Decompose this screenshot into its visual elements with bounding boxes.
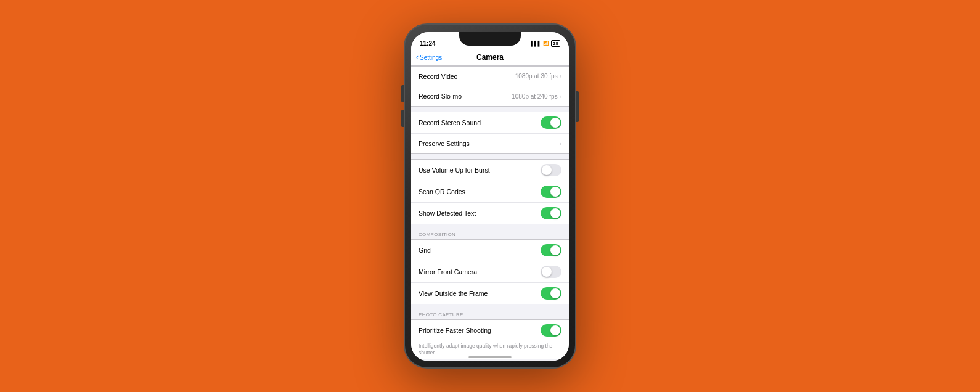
toggle-knob: [550, 245, 560, 255]
record-slomo-label: Record Slo-mo: [419, 92, 462, 100]
toggle-knob: [550, 187, 560, 197]
prioritize-faster-shooting-toggle[interactable]: [541, 324, 561, 337]
chevron-left-icon: ‹: [416, 53, 419, 62]
signal-icon: ▌▌▌: [531, 41, 541, 46]
section-misc: Use Volume Up for Burst Scan QR Codes: [411, 159, 569, 224]
chevron-icon: ›: [560, 93, 561, 100]
notch: [459, 32, 521, 46]
toggle-knob: [542, 165, 552, 175]
cell-group-photo-capture: Prioritize Faster Shooting Intelligently…: [411, 319, 569, 359]
cell-record-video[interactable]: Record Video 1080p at 30 fps ›: [411, 67, 569, 86]
section-composition: COMPOSITION Grid Mirror Front Camera: [411, 227, 569, 304]
preserve-settings-label: Preserve Settings: [419, 140, 470, 147]
toggle-knob: [550, 118, 560, 128]
cell-prioritize-faster-shooting[interactable]: Prioritize Faster Shooting: [411, 320, 569, 341]
grid-label: Grid: [419, 247, 431, 254]
nav-title: Camera: [476, 53, 504, 62]
volume-burst-toggle[interactable]: [541, 164, 561, 176]
settings-content[interactable]: Record Video 1080p at 30 fps › Record Sl…: [411, 66, 569, 359]
record-slomo-value: 1080p at 240 fps ›: [512, 93, 561, 100]
record-video-text: 1080p at 30 fps: [515, 73, 558, 80]
cell-group-misc: Use Volume Up for Burst Scan QR Codes: [411, 159, 569, 224]
chevron-icon: ›: [560, 73, 561, 80]
battery-icon: 29: [551, 40, 560, 47]
wifi-icon: 📶: [543, 41, 549, 46]
show-detected-text-label: Show Detected Text: [419, 210, 476, 217]
status-icons: ▌▌▌ 📶 29: [531, 40, 560, 47]
home-indicator: [468, 356, 512, 358]
cell-show-detected-text[interactable]: Show Detected Text: [411, 203, 569, 224]
power-button[interactable]: [576, 91, 579, 122]
cell-stereo-sound[interactable]: Record Stereo Sound: [411, 112, 569, 134]
record-video-value: 1080p at 30 fps ›: [515, 73, 561, 80]
scan-qr-toggle[interactable]: [541, 186, 561, 198]
photo-capture-header: PHOTO CAPTURE: [411, 307, 569, 319]
cell-group-composition: Grid Mirror Front Camera V: [411, 239, 569, 304]
cell-mirror-front[interactable]: Mirror Front Camera: [411, 261, 569, 283]
cell-record-slomo[interactable]: Record Slo-mo 1080p at 240 fps ›: [411, 86, 569, 106]
status-time: 11:24: [420, 40, 436, 47]
cell-view-outside-frame[interactable]: View Outside the Frame: [411, 283, 569, 304]
cell-volume-burst[interactable]: Use Volume Up for Burst: [411, 160, 569, 181]
toggle-knob: [550, 325, 560, 335]
mirror-front-label: Mirror Front Camera: [419, 268, 477, 276]
record-video-label: Record Video: [419, 73, 457, 80]
phone-body: 11:24 ▌▌▌ 📶 29 ‹ Settings Camera: [404, 23, 576, 369]
cell-grid[interactable]: Grid: [411, 240, 569, 261]
back-button[interactable]: ‹ Settings: [416, 53, 442, 62]
grid-toggle[interactable]: [541, 244, 561, 256]
scan-qr-label: Scan QR Codes: [419, 188, 465, 195]
toggle-knob: [542, 267, 552, 277]
back-label: Settings: [420, 54, 442, 61]
view-outside-frame-toggle[interactable]: [541, 287, 561, 300]
section-audio: Record Stereo Sound Preserve Settings ›: [411, 112, 569, 154]
stereo-sound-toggle[interactable]: [541, 116, 561, 129]
phone: 11:24 ▌▌▌ 📶 29 ‹ Settings Camera: [404, 23, 576, 369]
show-detected-text-toggle[interactable]: [541, 207, 561, 219]
record-slomo-text: 1080p at 240 fps: [512, 93, 558, 100]
nav-bar: ‹ Settings Camera: [411, 49, 569, 66]
prioritize-faster-shooting-label: Prioritize Faster Shooting: [419, 327, 491, 334]
cell-group-audio: Record Stereo Sound Preserve Settings ›: [411, 112, 569, 154]
composition-header: COMPOSITION: [411, 227, 569, 239]
mirror-front-toggle[interactable]: [541, 266, 561, 278]
cell-group-video: Record Video 1080p at 30 fps › Record Sl…: [411, 66, 569, 107]
chevron-icon: ›: [560, 141, 561, 147]
stereo-sound-label: Record Stereo Sound: [419, 119, 481, 126]
volume-burst-label: Use Volume Up for Burst: [419, 166, 490, 174]
cell-scan-qr[interactable]: Scan QR Codes: [411, 181, 569, 203]
phone-screen: 11:24 ▌▌▌ 📶 29 ‹ Settings Camera: [411, 32, 569, 361]
section-photo-capture: PHOTO CAPTURE Prioritize Faster Shooting…: [411, 307, 569, 359]
section-video: Record Video 1080p at 30 fps › Record Sl…: [411, 66, 569, 107]
toggle-knob: [550, 208, 560, 218]
view-outside-frame-label: View Outside the Frame: [419, 290, 488, 297]
cell-preserve-settings[interactable]: Preserve Settings ›: [411, 134, 569, 153]
toggle-knob: [550, 288, 560, 298]
